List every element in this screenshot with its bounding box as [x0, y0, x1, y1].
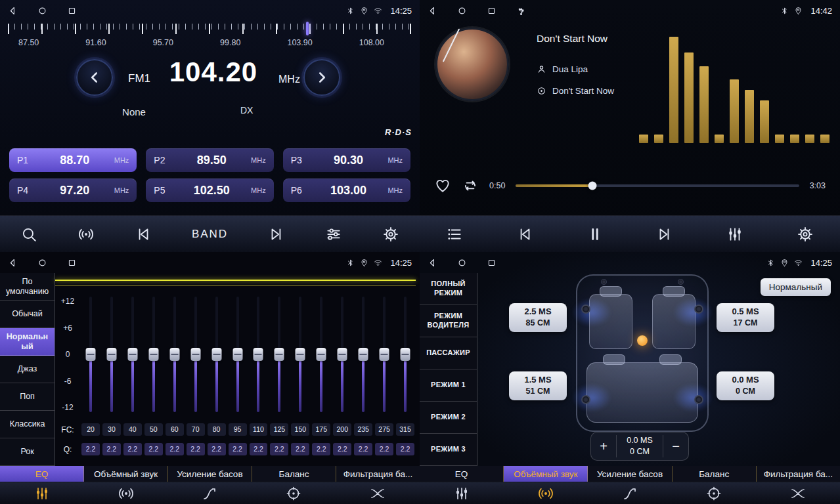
eq-slider-knob[interactable] [127, 348, 137, 361]
eq-band-slider[interactable] [248, 295, 269, 413]
eq-preset-item[interactable]: Нормальный [0, 328, 55, 356]
progress-thumb[interactable] [588, 182, 596, 190]
eq-shortcut-button[interactable] [325, 226, 342, 243]
preset-p1[interactable]: P188.70MHz [9, 148, 137, 172]
delay-increase-button[interactable]: + [591, 432, 616, 460]
previous-track-button[interactable] [516, 226, 533, 243]
eq-shortcut-button[interactable] [726, 226, 743, 243]
eq-preset-item[interactable]: Поп [0, 383, 55, 411]
recents-icon[interactable] [67, 6, 77, 16]
eq-slider-knob[interactable] [148, 348, 158, 361]
preset-p2[interactable]: P289.50MHz [146, 148, 273, 172]
eq-slider-knob[interactable] [232, 348, 242, 361]
eq-slider-knob[interactable] [401, 348, 410, 361]
pause-button[interactable] [586, 226, 604, 243]
seek-down-button[interactable] [135, 226, 152, 243]
delay-rear-right-button[interactable]: 0.0 MS 0 CM [717, 371, 774, 400]
tab-bass-boost[interactable]: Усиление басов [168, 466, 252, 482]
bass-boost-icon[interactable] [168, 482, 252, 504]
filter-icon[interactable] [336, 482, 420, 504]
eq-vert-sliders-icon[interactable] [0, 482, 84, 504]
eq-band-slider[interactable] [143, 295, 164, 413]
back-icon[interactable] [428, 258, 437, 268]
recents-icon[interactable] [487, 258, 497, 268]
home-icon[interactable] [37, 258, 47, 268]
progress-bar[interactable] [516, 184, 799, 187]
eq-slider-knob[interactable] [211, 348, 221, 361]
eq-slider-knob[interactable] [359, 348, 368, 361]
eq-band-slider[interactable] [395, 295, 416, 413]
eq-preset-item[interactable]: По умолчанию [0, 273, 55, 301]
preset-p5[interactable]: P5102.50MHz [146, 178, 273, 202]
eq-band-slider[interactable] [311, 295, 332, 413]
eq-slider-knob[interactable] [317, 348, 326, 361]
surround-icon[interactable] [84, 482, 168, 504]
eq-preset-item[interactable]: Классика [0, 411, 55, 438]
eq-slider-knob[interactable] [190, 348, 200, 361]
eq-preset-item[interactable]: Обычай [0, 301, 55, 328]
tune-up-button[interactable] [303, 59, 340, 96]
playlist-button[interactable] [446, 226, 463, 243]
eq-slider-knob[interactable] [106, 348, 116, 361]
tune-down-button[interactable] [76, 59, 113, 96]
eq-band-slider[interactable] [185, 295, 206, 413]
listening-position-dot[interactable] [637, 335, 648, 346]
tab-balance[interactable]: Баланс [673, 466, 757, 482]
tab-surround-sound[interactable]: Объёмный звук [84, 466, 168, 482]
delay-front-right-button[interactable]: 0.5 MS 17 CM [717, 303, 774, 332]
eq-preset-item[interactable]: Рок [0, 438, 55, 466]
eq-slider-knob[interactable] [296, 348, 305, 361]
eq-slider-knob[interactable] [275, 348, 284, 361]
home-icon[interactable] [457, 6, 467, 16]
surround-mode-item[interactable]: РЕЖИМ 3 [420, 434, 477, 466]
tab-bass-boost[interactable]: Усиление басов [588, 466, 672, 482]
eq-band-slider[interactable] [206, 295, 227, 413]
balance-icon[interactable] [252, 482, 336, 504]
eq-band-slider[interactable] [80, 295, 101, 413]
tab-filter[interactable]: Фильтрация ба... [757, 466, 840, 482]
eq-band-slider[interactable] [101, 295, 122, 413]
eq-slider-knob[interactable] [85, 348, 95, 361]
tab-eq[interactable]: EQ [0, 466, 84, 482]
eq-preset-item[interactable]: Джаз [0, 356, 55, 383]
favorite-button[interactable] [434, 177, 451, 194]
eq-band-slider[interactable] [290, 295, 311, 413]
home-icon[interactable] [457, 258, 467, 268]
tab-filter[interactable]: Фильтрация ба... [336, 466, 420, 482]
surround-mode-item[interactable]: РЕЖИМ ВОДИТЕЛЯ [420, 305, 477, 337]
eq-slider-knob[interactable] [169, 348, 179, 361]
eq-vert-sliders-icon[interactable] [420, 482, 504, 504]
next-track-button[interactable] [656, 226, 673, 243]
balance-icon[interactable] [672, 482, 756, 504]
surround-mode-item[interactable]: РЕЖИМ 2 [420, 402, 477, 434]
back-icon[interactable] [8, 258, 18, 268]
tab-balance[interactable]: Баланс [252, 466, 336, 482]
home-icon[interactable] [37, 6, 47, 16]
surround-icon[interactable] [504, 482, 588, 504]
back-icon[interactable] [428, 6, 437, 16]
eq-band-slider[interactable] [227, 295, 248, 413]
eq-slider-knob[interactable] [254, 348, 263, 361]
eq-band-slider[interactable] [122, 295, 143, 413]
preset-p4[interactable]: P497.20MHz [9, 178, 137, 202]
profile-button[interactable]: Нормальный [761, 278, 831, 296]
tab-eq[interactable]: EQ [420, 466, 504, 482]
delay-decrease-button[interactable]: − [663, 432, 688, 460]
eq-band-slider[interactable] [374, 295, 395, 413]
frequency-indicator[interactable] [306, 22, 309, 35]
surround-mode-item[interactable]: ПОЛНЫЙ РЕЖИМ [420, 273, 477, 305]
surround-mode-item[interactable]: ПАССАЖИР [420, 337, 477, 369]
tab-surround-sound[interactable]: Объёмный звук [504, 466, 588, 482]
eq-band-slider[interactable] [353, 295, 374, 413]
scan-button[interactable] [77, 226, 95, 243]
seek-up-button[interactable] [268, 226, 285, 243]
band-button[interactable]: BAND [192, 228, 228, 241]
settings-button[interactable] [382, 226, 399, 243]
frequency-scale[interactable]: 87.5091.6095.7099.80103.90108.00 [5, 22, 414, 52]
back-icon[interactable] [8, 6, 18, 16]
eq-slider-knob[interactable] [380, 348, 389, 361]
settings-button[interactable] [797, 226, 814, 243]
search-stations-button[interactable] [20, 226, 37, 243]
recents-icon[interactable] [67, 258, 77, 268]
eq-slider-knob[interactable] [338, 348, 347, 361]
